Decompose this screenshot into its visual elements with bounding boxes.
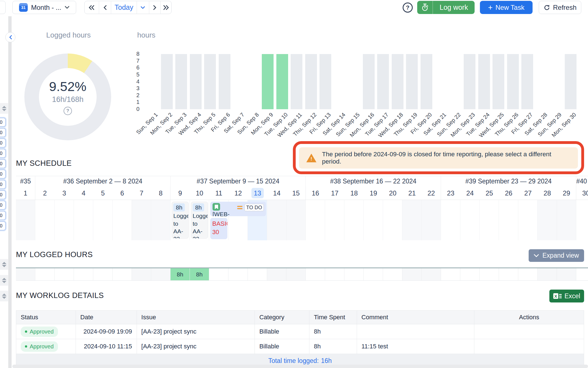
day-number-11[interactable]: 11 (209, 186, 228, 200)
schedule-day-column-20[interactable] (383, 200, 402, 240)
day-number-25[interactable]: 25 (480, 186, 499, 200)
schedule-day-column-18[interactable] (344, 200, 364, 240)
schedule-day-column-23[interactable] (441, 200, 460, 240)
schedule-day-column-28[interactable] (538, 200, 557, 240)
schedule-day-column-15[interactable] (286, 200, 306, 240)
schedule-day-column-26[interactable] (499, 200, 518, 240)
schedule-day-column-22[interactable] (422, 200, 441, 240)
logged-hours-cell[interactable] (228, 268, 248, 281)
help-icon[interactable]: ? (403, 3, 413, 13)
logged-hours-cell[interactable] (480, 268, 499, 281)
day-number-17[interactable]: 17 (325, 186, 344, 200)
sort-handle-icon[interactable] (0, 291, 8, 301)
schedule-day-column-5[interactable] (93, 200, 113, 240)
day-number-22[interactable]: 22 (422, 186, 441, 200)
schedule-day-column-27[interactable] (518, 200, 538, 240)
day-number-18[interactable]: 18 (344, 186, 364, 200)
day-number-10[interactable]: 10 (190, 186, 209, 200)
logged-hours-cell[interactable] (306, 268, 325, 281)
logged-hours-cell[interactable] (267, 268, 286, 281)
row-count-badge[interactable]: 0 (0, 118, 6, 127)
row-count-badge[interactable]: 0 (0, 159, 6, 168)
logged-hours-cell[interactable] (325, 268, 344, 281)
logged-work-card[interactable]: 8hLogged to AA-23 (191, 202, 208, 239)
logged-work-card[interactable]: 8hLogged to AA-23 (172, 202, 189, 239)
panel-divider[interactable] (8, 16, 11, 368)
new-task-button[interactable]: + New Task (480, 1, 533, 14)
refresh-button[interactable]: Refresh (539, 1, 581, 14)
logged-hours-cell[interactable] (248, 268, 267, 281)
horizontal-scrollbar[interactable] (12, 365, 588, 368)
schedule-day-column-16[interactable] (306, 200, 325, 240)
sort-handle-icon[interactable] (0, 103, 8, 114)
schedule-day-column-1[interactable] (16, 200, 35, 240)
nav-first-button[interactable] (85, 1, 99, 14)
logged-hours-cell[interactable] (55, 268, 74, 281)
logged-hours-cell[interactable] (35, 268, 55, 281)
logged-hours-cell[interactable] (74, 268, 93, 281)
row-count-badge[interactable]: 0 (0, 221, 6, 230)
start-timer-button[interactable] (417, 1, 433, 14)
schedule-day-column-14[interactable] (267, 200, 286, 240)
period-selector-dropdown[interactable]: 31 Month - ... (12, 1, 76, 14)
schedule-day-column-6[interactable] (113, 200, 132, 240)
day-number-9[interactable]: 9 (171, 186, 190, 200)
day-number-15[interactable]: 15 (286, 186, 306, 200)
row-count-badge[interactable]: 0 (0, 169, 6, 179)
schedule-day-column-24[interactable] (460, 200, 480, 240)
day-number-12[interactable]: 12 (228, 186, 248, 200)
logged-hours-cell[interactable] (344, 268, 364, 281)
schedule-day-column-21[interactable] (402, 200, 422, 240)
day-number-1[interactable]: 1 (16, 186, 35, 200)
schedule-day-column-30[interactable] (576, 200, 588, 240)
logged-hours-cell[interactable] (441, 268, 460, 281)
day-number-23[interactable]: 23 (441, 186, 460, 200)
logged-hours-cell[interactable] (383, 268, 402, 281)
logged-hours-cell[interactable] (93, 268, 113, 281)
schedule-day-column-7[interactable] (132, 200, 151, 240)
schedule-day-column-17[interactable] (325, 200, 344, 240)
day-number-19[interactable]: 19 (364, 186, 383, 200)
collapse-panel-button[interactable] (5, 32, 15, 42)
day-number-7[interactable]: 7 (132, 186, 151, 200)
logged-hours-cell[interactable] (576, 268, 588, 281)
clipped-toolbar-button[interactable] (0, 1, 6, 14)
logged-hours-cell[interactable] (557, 268, 576, 281)
day-number-4[interactable]: 4 (74, 186, 93, 200)
logged-hours-cell[interactable] (402, 268, 422, 281)
logged-hours-cell[interactable] (518, 268, 538, 281)
day-number-2[interactable]: 2 (35, 186, 55, 200)
row-count-badge[interactable]: 0 (0, 138, 6, 148)
logged-hours-cell[interactable] (209, 268, 228, 281)
day-number-28[interactable]: 28 (538, 186, 557, 200)
export-excel-button[interactable]: X Excel (549, 290, 584, 302)
row-count-badge[interactable]: 0 (0, 180, 6, 189)
row-count-badge[interactable]: 0 (0, 211, 6, 220)
day-number-6[interactable]: 6 (113, 186, 132, 200)
nav-next-button[interactable] (149, 1, 161, 14)
logged-hours-cell[interactable] (132, 268, 151, 281)
nav-today-button[interactable]: Today (111, 1, 137, 14)
day-number-26[interactable]: 26 (499, 186, 518, 200)
schedule-day-column-4[interactable] (74, 200, 93, 240)
schedule-day-column-8[interactable] (151, 200, 171, 240)
task-card[interactable]: TO DO[WEB-45] sprint test (210, 202, 266, 216)
schedule-day-column-19[interactable] (364, 200, 383, 240)
schedule-day-column-2[interactable] (35, 200, 55, 240)
day-number-29[interactable]: 29 (557, 186, 576, 200)
sort-handle-icon[interactable] (0, 275, 8, 286)
expand-view-button[interactable]: Expand view (529, 249, 584, 262)
day-number-27[interactable]: 27 (518, 186, 538, 200)
logged-hours-cell[interactable] (113, 268, 132, 281)
logged-hours-cell-filled[interactable]: 8h (171, 268, 190, 281)
schedule-day-column-3[interactable] (55, 200, 74, 240)
logged-hours-cell[interactable] (364, 268, 383, 281)
nav-last-button[interactable] (160, 1, 171, 14)
row-count-badge[interactable]: 0 (0, 201, 6, 210)
day-number-20[interactable]: 20 (383, 186, 402, 200)
logged-hours-cell-filled[interactable]: 8h (190, 268, 209, 281)
nav-today-dropdown[interactable] (137, 1, 149, 14)
day-number-16[interactable]: 16 (306, 186, 325, 200)
day-number-13[interactable]: 13 (248, 186, 267, 200)
day-number-14[interactable]: 14 (267, 186, 286, 200)
